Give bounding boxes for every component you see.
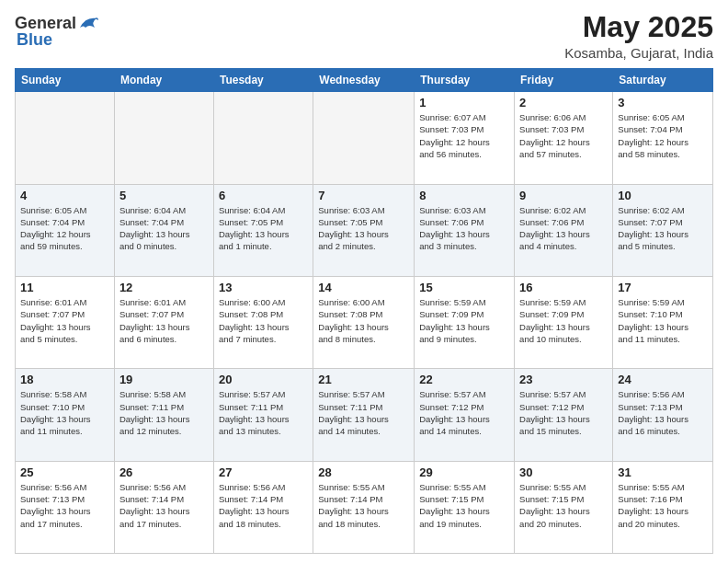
table-row: 6Sunrise: 6:04 AM Sunset: 7:05 PM Daylig… <box>213 184 313 276</box>
day-info: Sunrise: 5:55 AM Sunset: 7:16 PM Dayligh… <box>618 481 708 530</box>
day-info: Sunrise: 6:03 AM Sunset: 7:05 PM Dayligh… <box>318 204 409 253</box>
table-row <box>16 92 115 184</box>
day-info: Sunrise: 5:57 AM Sunset: 7:12 PM Dayligh… <box>419 388 509 437</box>
location-title: Kosamba, Gujarat, India <box>564 45 713 61</box>
table-row: 24Sunrise: 5:56 AM Sunset: 7:13 PM Dayli… <box>613 369 713 461</box>
day-info: Sunrise: 5:59 AM Sunset: 7:09 PM Dayligh… <box>519 296 608 345</box>
table-row: 20Sunrise: 5:57 AM Sunset: 7:11 PM Dayli… <box>213 369 313 461</box>
table-row: 4Sunrise: 6:05 AM Sunset: 7:04 PM Daylig… <box>16 184 115 276</box>
table-row <box>313 92 415 184</box>
day-number: 24 <box>618 373 708 386</box>
calendar-week-row: 18Sunrise: 5:58 AM Sunset: 7:10 PM Dayli… <box>16 369 713 461</box>
day-info: Sunrise: 6:01 AM Sunset: 7:07 PM Dayligh… <box>20 296 109 345</box>
header-friday: Friday <box>515 69 613 92</box>
day-number: 10 <box>618 189 708 202</box>
page: General Blue May 2025 Kosamba, Gujarat, … <box>0 0 728 563</box>
day-info: Sunrise: 6:00 AM Sunset: 7:08 PM Dayligh… <box>318 296 409 345</box>
day-number: 11 <box>20 281 109 294</box>
day-number: 30 <box>519 465 608 479</box>
logo: General Blue <box>15 15 98 48</box>
table-row: 25Sunrise: 5:56 AM Sunset: 7:13 PM Dayli… <box>16 461 115 553</box>
calendar-week-row: 4Sunrise: 6:05 AM Sunset: 7:04 PM Daylig… <box>16 184 713 276</box>
day-info: Sunrise: 5:56 AM Sunset: 7:14 PM Dayligh… <box>119 481 209 530</box>
day-info: Sunrise: 5:55 AM Sunset: 7:14 PM Dayligh… <box>318 481 409 530</box>
day-number: 28 <box>318 465 409 479</box>
day-info: Sunrise: 6:06 AM Sunset: 7:03 PM Dayligh… <box>519 111 608 160</box>
day-info: Sunrise: 6:01 AM Sunset: 7:07 PM Dayligh… <box>119 296 209 345</box>
day-number: 12 <box>119 281 209 294</box>
table-row <box>114 92 213 184</box>
day-info: Sunrise: 5:57 AM Sunset: 7:11 PM Dayligh… <box>219 388 308 437</box>
day-number: 20 <box>219 373 308 386</box>
day-number: 6 <box>219 189 308 202</box>
month-title: May 2025 <box>564 11 713 43</box>
day-number: 26 <box>119 465 209 479</box>
calendar-week-row: 1Sunrise: 6:07 AM Sunset: 7:03 PM Daylig… <box>16 92 713 184</box>
table-row: 21Sunrise: 5:57 AM Sunset: 7:11 PM Dayli… <box>313 369 415 461</box>
day-info: Sunrise: 6:04 AM Sunset: 7:05 PM Dayligh… <box>219 204 308 253</box>
day-info: Sunrise: 6:05 AM Sunset: 7:04 PM Dayligh… <box>20 204 109 253</box>
day-number: 23 <box>519 373 608 386</box>
table-row: 11Sunrise: 6:01 AM Sunset: 7:07 PM Dayli… <box>16 276 115 368</box>
day-number: 31 <box>618 465 708 479</box>
table-row: 14Sunrise: 6:00 AM Sunset: 7:08 PM Dayli… <box>313 276 415 368</box>
day-info: Sunrise: 5:55 AM Sunset: 7:15 PM Dayligh… <box>519 481 608 530</box>
table-row: 18Sunrise: 5:58 AM Sunset: 7:10 PM Dayli… <box>16 369 115 461</box>
table-row: 5Sunrise: 6:04 AM Sunset: 7:04 PM Daylig… <box>114 184 213 276</box>
table-row: 12Sunrise: 6:01 AM Sunset: 7:07 PM Dayli… <box>114 276 213 368</box>
day-info: Sunrise: 5:56 AM Sunset: 7:14 PM Dayligh… <box>219 481 308 530</box>
day-number: 8 <box>419 189 509 202</box>
day-number: 29 <box>419 465 509 479</box>
table-row: 22Sunrise: 5:57 AM Sunset: 7:12 PM Dayli… <box>415 369 515 461</box>
table-row: 2Sunrise: 6:06 AM Sunset: 7:03 PM Daylig… <box>515 92 613 184</box>
day-info: Sunrise: 6:04 AM Sunset: 7:04 PM Dayligh… <box>119 204 209 253</box>
table-row: 31Sunrise: 5:55 AM Sunset: 7:16 PM Dayli… <box>613 461 713 553</box>
table-row: 10Sunrise: 6:02 AM Sunset: 7:07 PM Dayli… <box>613 184 713 276</box>
table-row: 3Sunrise: 6:05 AM Sunset: 7:04 PM Daylig… <box>613 92 713 184</box>
day-info: Sunrise: 6:00 AM Sunset: 7:08 PM Dayligh… <box>219 296 308 345</box>
day-number: 13 <box>219 281 308 294</box>
table-row: 29Sunrise: 5:55 AM Sunset: 7:15 PM Dayli… <box>415 461 515 553</box>
header-monday: Monday <box>114 69 213 92</box>
header: General Blue May 2025 Kosamba, Gujarat, … <box>15 11 713 61</box>
header-tuesday: Tuesday <box>213 69 313 92</box>
day-number: 22 <box>419 373 509 386</box>
table-row: 7Sunrise: 6:03 AM Sunset: 7:05 PM Daylig… <box>313 184 415 276</box>
day-info: Sunrise: 5:59 AM Sunset: 7:10 PM Dayligh… <box>618 296 708 345</box>
calendar-week-row: 11Sunrise: 6:01 AM Sunset: 7:07 PM Dayli… <box>16 276 713 368</box>
table-row: 8Sunrise: 6:03 AM Sunset: 7:06 PM Daylig… <box>415 184 515 276</box>
calendar-week-row: 25Sunrise: 5:56 AM Sunset: 7:13 PM Dayli… <box>16 461 713 553</box>
day-number: 18 <box>20 373 109 386</box>
logo-general: General <box>15 15 76 31</box>
day-info: Sunrise: 5:55 AM Sunset: 7:15 PM Dayligh… <box>419 481 509 530</box>
day-info: Sunrise: 5:58 AM Sunset: 7:11 PM Dayligh… <box>119 388 209 437</box>
day-info: Sunrise: 5:56 AM Sunset: 7:13 PM Dayligh… <box>618 388 708 437</box>
header-saturday: Saturday <box>613 69 713 92</box>
table-row: 28Sunrise: 5:55 AM Sunset: 7:14 PM Dayli… <box>313 461 415 553</box>
day-info: Sunrise: 6:03 AM Sunset: 7:06 PM Dayligh… <box>419 204 509 253</box>
calendar-table: Sunday Monday Tuesday Wednesday Thursday… <box>15 68 713 554</box>
day-info: Sunrise: 6:02 AM Sunset: 7:06 PM Dayligh… <box>519 204 608 253</box>
day-info: Sunrise: 5:59 AM Sunset: 7:09 PM Dayligh… <box>419 296 509 345</box>
day-number: 9 <box>519 189 608 202</box>
table-row: 30Sunrise: 5:55 AM Sunset: 7:15 PM Dayli… <box>515 461 613 553</box>
table-row <box>213 92 313 184</box>
day-info: Sunrise: 6:07 AM Sunset: 7:03 PM Dayligh… <box>419 111 509 160</box>
day-number: 25 <box>20 465 109 479</box>
table-row: 27Sunrise: 5:56 AM Sunset: 7:14 PM Dayli… <box>213 461 313 553</box>
day-number: 21 <box>318 373 409 386</box>
table-row: 23Sunrise: 5:57 AM Sunset: 7:12 PM Dayli… <box>515 369 613 461</box>
day-number: 17 <box>618 281 708 294</box>
table-row: 15Sunrise: 5:59 AM Sunset: 7:09 PM Dayli… <box>415 276 515 368</box>
day-info: Sunrise: 5:57 AM Sunset: 7:11 PM Dayligh… <box>318 388 409 437</box>
table-row: 17Sunrise: 5:59 AM Sunset: 7:10 PM Dayli… <box>613 276 713 368</box>
header-sunday: Sunday <box>16 69 115 92</box>
day-info: Sunrise: 6:02 AM Sunset: 7:07 PM Dayligh… <box>618 204 708 253</box>
day-info: Sunrise: 5:56 AM Sunset: 7:13 PM Dayligh… <box>20 481 109 530</box>
day-number: 14 <box>318 281 409 294</box>
table-row: 19Sunrise: 5:58 AM Sunset: 7:11 PM Dayli… <box>114 369 213 461</box>
day-info: Sunrise: 5:58 AM Sunset: 7:10 PM Dayligh… <box>20 388 109 437</box>
logo-bird-icon <box>78 15 98 31</box>
day-number: 16 <box>519 281 608 294</box>
day-number: 4 <box>20 189 109 202</box>
